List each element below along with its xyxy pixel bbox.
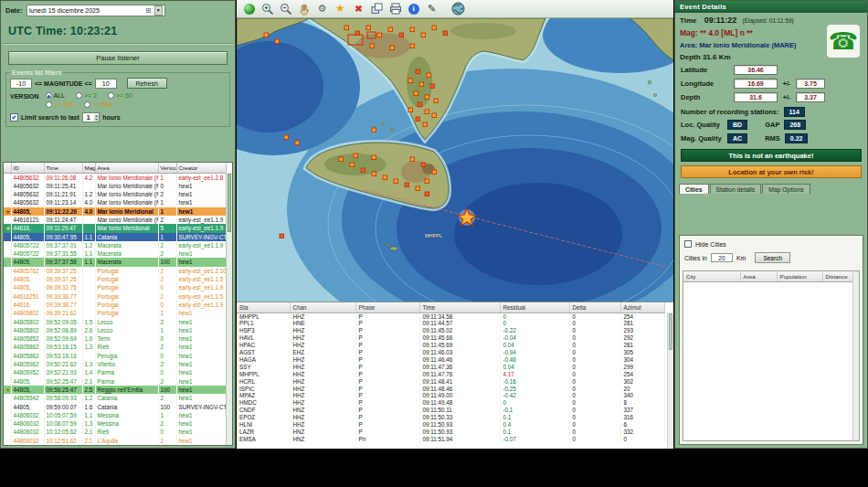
earthquake-marker[interactable] <box>432 170 437 175</box>
tab-map-options[interactable]: Map Options <box>762 184 810 194</box>
layers-icon[interactable] <box>369 1 385 16</box>
earthquake-marker[interactable] <box>370 44 375 48</box>
table-row[interactable]: 44805,09:59:00.071.6Catania100SURVEY-ING… <box>4 403 226 411</box>
earthquake-marker[interactable] <box>264 33 269 37</box>
zoom-in-icon[interactable] <box>259 1 275 16</box>
column-header[interactable]: Distance <box>822 271 855 281</box>
earthquake-marker[interactable] <box>399 33 404 37</box>
earthquake-marker[interactable] <box>408 79 413 83</box>
table-row[interactable]: 44805,09:30:47.951.1Catania1SURVEY-INGV-… <box>4 233 226 241</box>
events-scrollbar[interactable] <box>226 173 232 445</box>
earthquake-marker[interactable] <box>421 33 426 37</box>
table-row[interactable]: 4480586209:53:18.16Perugia0hew1 <box>4 352 226 360</box>
earthquake-marker[interactable] <box>361 168 365 173</box>
earthquake-marker[interactable] <box>410 27 415 32</box>
earthquake-marker[interactable] <box>405 183 409 187</box>
tab-cities[interactable]: Cities <box>679 184 709 194</box>
zoom-out-icon[interactable] <box>278 1 293 16</box>
column-header[interactable]: Azimut <box>620 302 664 312</box>
cities-scrollbar[interactable] <box>852 271 859 440</box>
table-row[interactable]: 44805,09:52:25.472.1Parma2hew1 <box>4 377 226 386</box>
star-icon[interactable]: ★ <box>333 1 348 16</box>
column-header[interactable]: Area <box>95 163 158 173</box>
table-row[interactable]: 4480572209:37:37.011.2Macerata2early-est… <box>4 241 226 249</box>
table-row[interactable]: 4480563209:11:23.144.0Mar Ionio Meridion… <box>4 198 226 206</box>
limit-search-checkbox[interactable]: ✔ <box>10 113 18 122</box>
table-row[interactable]: 4480580209:52:06.892.6Lecco1hew1 <box>4 326 226 334</box>
table-row[interactable]: 4480585209:52:09.691.6Terni0hew1 <box>4 334 226 343</box>
earthquake-marker[interactable] <box>432 26 437 30</box>
pan-hand-icon[interactable] <box>296 1 312 16</box>
column-header[interactable]: Version <box>158 163 176 173</box>
column-header[interactable]: City <box>683 271 740 281</box>
table-row[interactable]: MHPPLHHZP09:11:47.764.170254 <box>237 371 664 378</box>
table-row[interactable]: 4480586209:53:18.151.3Rieti2hew1 <box>4 343 226 351</box>
table-row[interactable]: ISPICHHZP09:11:48.46-0.25020 <box>237 386 664 393</box>
earthquake-marker[interactable] <box>416 186 420 191</box>
earthquake-marker[interactable] <box>295 141 300 145</box>
earthquake-marker[interactable] <box>416 117 420 122</box>
close-icon[interactable]: ✖ <box>351 1 366 16</box>
table-row[interactable]: HPACHHZP09:11:45.690.040281 <box>237 342 664 349</box>
column-header[interactable]: Chan <box>290 302 355 312</box>
green-globe-icon[interactable] <box>241 1 257 16</box>
earthquake-marker[interactable] <box>416 69 420 74</box>
table-row[interactable]: 4480572209:37:31.551.1Macerata2hew1 <box>4 249 226 258</box>
table-row[interactable]: 4480603210:12:05.622.1Rieti0hew1 <box>4 428 226 436</box>
earthquake-marker[interactable] <box>366 26 371 30</box>
table-row[interactable]: HSP3HHZP09:11:45.02-0.220293 <box>237 327 664 334</box>
column-header[interactable]: Time <box>419 302 500 312</box>
column-header[interactable]: Sta <box>237 302 290 312</box>
call-button[interactable]: ☎ <box>826 24 861 58</box>
earthquake-marker[interactable] <box>350 163 355 167</box>
table-row[interactable]: HLNIHHZP09:11:50.930.406 <box>237 421 664 429</box>
table-row[interactable]: 44805,09:39:32.75Portugal0early-est_ee1.… <box>4 283 226 291</box>
radius-input[interactable] <box>711 253 733 262</box>
table-row[interactable]: HMDCHHZP09:11:49.48008 <box>237 399 664 407</box>
table-row[interactable]: 4480563209:11:21.911.2Mar Ionio Meridion… <box>4 190 226 198</box>
hours-stepper[interactable]: 1▲▼ <box>82 112 100 122</box>
tools-icon[interactable]: ⚙ <box>314 1 330 16</box>
table-row[interactable]: 4461625109:39:38.77Portugal2early-est_ee… <box>4 292 226 301</box>
table-row[interactable]: 4480603210:12:51.622.1L'Aquila2hew1 <box>4 437 226 445</box>
table-row[interactable]: 4480595209:52:21.931.4Parma0hew1 <box>4 368 226 376</box>
own-risk-button[interactable]: Location at your own risk! <box>681 165 862 178</box>
table-row[interactable]: 4480576209:39:37.25Portugal2early-est_ee… <box>4 267 226 275</box>
pause-listener-button[interactable]: Pause listener <box>8 51 228 65</box>
version-radio-2[interactable]: >= 2 <box>76 92 97 99</box>
scrollbar-thumb[interactable] <box>228 174 231 232</box>
table-row[interactable]: ★44805,09:56:25.472.5Reggio nell'Emilia1… <box>4 386 226 394</box>
earthquake-marker[interactable] <box>425 179 429 184</box>
table-row[interactable]: 4480563209:11:25.41Mar Ionio Meridionale… <box>4 182 226 190</box>
table-row[interactable]: 4480563209:11:26.084.2Mar Ionio Meridion… <box>4 173 226 182</box>
table-row[interactable]: 4480580209:39:21.62Portugal1hew1 <box>4 309 226 317</box>
map[interactable]: MHPPL <box>237 18 673 302</box>
earthquake-marker[interactable] <box>275 39 280 44</box>
earthquake-marker[interactable] <box>425 95 429 100</box>
table-row[interactable]: ★44805,09:11:22.264.0Mar Ionio Meridiona… <box>4 207 226 216</box>
table-row[interactable]: HAVLHHZP09:11:45.66-0.040292 <box>237 334 664 342</box>
magnitude-max-input[interactable] <box>95 79 117 89</box>
table-row[interactable]: HCRLHHZP09:11:48.41-0.160302 <box>237 378 664 386</box>
table-row[interactable]: MHPPLHHZP09:11:34.5800254 <box>237 312 664 320</box>
table-row[interactable]: 4480554209:58:09.931.2Catania2hew1 <box>4 394 226 402</box>
table-row[interactable]: SSYHHZP09:11:47.360.040299 <box>237 364 664 371</box>
earthquake-marker[interactable] <box>430 84 435 89</box>
stations-scrollbar[interactable] <box>667 312 673 449</box>
column-header[interactable]: Delta <box>569 302 620 312</box>
version-radio-all[interactable]: ALL <box>46 92 65 99</box>
column-header[interactable]: Mag <box>82 163 95 173</box>
hide-cities-checkbox[interactable] <box>684 240 692 248</box>
earthquake-marker[interactable] <box>425 110 429 114</box>
table-row[interactable]: LAZRHNZP09:11:50.930.10332 <box>237 429 664 436</box>
map-canvas[interactable]: MHPPL <box>237 18 673 302</box>
table-row[interactable]: CNDFHNZP09:11:50.11-0.10337 <box>237 407 664 414</box>
table-row[interactable]: EMSAHNZPn09:11:51.94-0.0700 <box>237 436 664 443</box>
column-header[interactable]: Residual <box>500 302 569 312</box>
table-row[interactable]: PPL1HNEP09:11:44.5700281 <box>237 320 664 327</box>
earthquake-marker[interactable] <box>388 27 393 32</box>
earthquake-marker[interactable] <box>390 46 395 50</box>
earthquake-marker[interactable] <box>284 135 289 140</box>
column-header[interactable] <box>4 163 11 173</box>
table-row[interactable]: 4480603210:08:07.591.3Messina2hew1 <box>4 419 226 428</box>
